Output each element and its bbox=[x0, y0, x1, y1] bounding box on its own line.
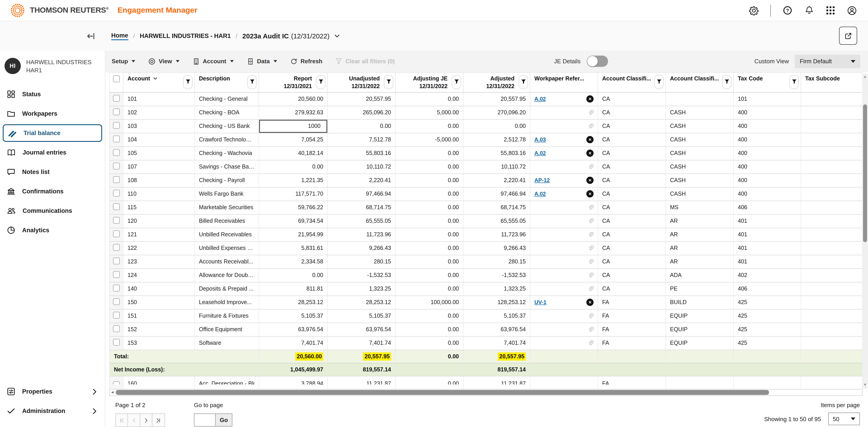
column-header-class2[interactable]: Account Classifi... bbox=[666, 72, 734, 92]
cell-value[interactable]: 10,110.72 bbox=[463, 160, 530, 173]
cell-text[interactable]: CASH bbox=[666, 146, 734, 160]
attachment-paperclip-icon[interactable] bbox=[587, 340, 594, 346]
cell-text[interactable]: AR bbox=[666, 214, 734, 228]
row-checkbox[interactable] bbox=[113, 203, 120, 210]
account-menu-button[interactable]: Account bbox=[192, 58, 234, 65]
select-all-checkbox[interactable] bbox=[113, 75, 120, 82]
cell-text[interactable]: CA bbox=[598, 119, 666, 133]
column-header-description[interactable]: Description bbox=[195, 72, 259, 92]
attachment-paperclip-icon[interactable] bbox=[587, 272, 594, 278]
attachment-paperclip-icon[interactable] bbox=[587, 313, 594, 319]
cell-text[interactable] bbox=[801, 336, 862, 350]
refresh-button[interactable]: Refresh bbox=[290, 58, 322, 65]
cell-text[interactable]: 406 bbox=[734, 282, 801, 296]
cell-text[interactable]: FA bbox=[598, 336, 666, 350]
cell-value[interactable]: 270,096.20 bbox=[463, 106, 530, 119]
cell-value[interactable]: 0.00 bbox=[395, 201, 463, 214]
open-new-window-button[interactable] bbox=[839, 27, 857, 45]
column-header-account[interactable]: Account bbox=[123, 72, 195, 92]
cell-text[interactable]: 160 bbox=[123, 376, 195, 389]
cell-text[interactable]: 105 bbox=[123, 146, 195, 160]
cell-text[interactable]: Unbilled Receivables bbox=[195, 228, 259, 241]
row-checkbox[interactable] bbox=[113, 312, 120, 319]
cell-text[interactable]: 108 bbox=[123, 173, 195, 187]
row-checkbox[interactable] bbox=[113, 95, 120, 102]
cell-value[interactable]: 0.00 bbox=[395, 119, 463, 133]
cell-text[interactable] bbox=[666, 376, 734, 389]
attachment-paperclip-icon[interactable] bbox=[587, 384, 594, 385]
cell-value[interactable]: 280.15 bbox=[463, 255, 530, 268]
cell-value[interactable]: 55,803.16 bbox=[328, 146, 395, 160]
sidebar-item-status[interactable]: Status bbox=[0, 85, 105, 104]
cell-text[interactable]: CA bbox=[598, 187, 666, 201]
cell-value[interactable]: 117,571.70 bbox=[259, 187, 328, 201]
sidebar-item-notes-list[interactable]: Notes list bbox=[0, 162, 105, 182]
cell-text[interactable]: CASH bbox=[666, 173, 734, 187]
cell-text[interactable]: 123 bbox=[123, 255, 195, 268]
column-header-unadjusted[interactable]: Unadjusted12/31/2022 bbox=[328, 72, 395, 92]
cell-text[interactable]: FA bbox=[598, 296, 666, 309]
cell-text[interactable]: Accounts Receivabl... bbox=[195, 255, 259, 268]
breadcrumb-engagement[interactable]: 2023a Audit IC (12/31/2022) bbox=[242, 32, 340, 40]
cell-value[interactable]: 20,560.00 bbox=[259, 92, 328, 106]
row-checkbox[interactable] bbox=[113, 217, 120, 224]
row-checkbox[interactable] bbox=[113, 339, 120, 346]
column-header-class1[interactable]: Account Classifi... bbox=[598, 72, 666, 92]
cell-text[interactable]: Deposits & Prepaid ... bbox=[195, 282, 259, 296]
filter-icon[interactable] bbox=[789, 75, 799, 89]
cell-value[interactable]: 1,323.25 bbox=[328, 282, 395, 296]
filter-icon[interactable] bbox=[384, 75, 393, 89]
cell-text[interactable]: 104 bbox=[123, 133, 195, 146]
row-checkbox[interactable] bbox=[113, 271, 120, 278]
data-menu-button[interactable]: Data bbox=[247, 58, 277, 65]
cell-text[interactable]: 153 bbox=[123, 336, 195, 350]
cell-text[interactable]: 425 bbox=[734, 296, 801, 309]
cell-value[interactable]: 69,734.54 bbox=[259, 214, 328, 228]
row-checkbox[interactable] bbox=[113, 285, 120, 291]
attachment-paperclip-icon[interactable] bbox=[587, 326, 594, 333]
cell-text[interactable]: 400 bbox=[734, 106, 801, 119]
cell-text[interactable] bbox=[801, 296, 862, 309]
sidebar-item-communications[interactable]: Communications bbox=[0, 201, 105, 221]
cell-value[interactable]: 3,788.94 bbox=[259, 376, 328, 389]
cell-value[interactable]: 0.00 bbox=[328, 119, 395, 133]
apps-grid-icon[interactable] bbox=[826, 6, 835, 15]
cell-text[interactable]: AR bbox=[666, 228, 734, 241]
breadcrumb-client[interactable]: HARWELL INDUSTRIES - HAR1 bbox=[140, 33, 231, 39]
cell-text[interactable]: CA bbox=[598, 106, 666, 119]
clear-all-filters-button[interactable]: Clear all filters (0) bbox=[336, 58, 395, 65]
cell-text[interactable]: 425 bbox=[734, 323, 801, 336]
row-checkbox[interactable] bbox=[113, 108, 120, 115]
cell-text[interactable]: CA bbox=[598, 160, 666, 173]
cell-value[interactable]: 7,512.78 bbox=[328, 133, 395, 146]
last-page-button[interactable] bbox=[152, 414, 164, 427]
cell-text[interactable]: 400 bbox=[734, 187, 801, 201]
cell-text[interactable] bbox=[801, 323, 862, 336]
view-menu-button[interactable]: View bbox=[148, 58, 179, 65]
scroll-up-arrow-icon[interactable]: ▲ bbox=[863, 75, 867, 78]
cell-text[interactable]: 110 bbox=[123, 187, 195, 201]
cell-value[interactable]: 5,105.37 bbox=[259, 309, 328, 323]
cell-text[interactable]: Marketable Securities bbox=[195, 201, 259, 214]
cell-text[interactable]: Office Equipment bbox=[195, 323, 259, 336]
cell-value[interactable]: 1,221.35 bbox=[259, 173, 328, 187]
cell-text[interactable] bbox=[801, 106, 862, 119]
attachment-paperclip-icon[interactable] bbox=[587, 204, 594, 210]
cell-value[interactable]: 265,096.20 bbox=[328, 106, 395, 119]
setup-menu-button[interactable]: Setup bbox=[112, 58, 135, 65]
je-details-toggle[interactable] bbox=[587, 56, 608, 67]
cell-value[interactable]: 279,932.63 bbox=[259, 106, 328, 119]
cell-value[interactable]: 11,231.87 bbox=[328, 376, 395, 389]
workpaper-annotation-icon[interactable]: ✕ bbox=[586, 177, 594, 184]
workpaper-annotation-icon[interactable]: ✕ bbox=[586, 95, 594, 103]
cell-text[interactable]: Checking - Wachovia bbox=[195, 146, 259, 160]
cell-text[interactable]: 101 bbox=[123, 92, 195, 106]
cell-text[interactable]: 400 bbox=[734, 119, 801, 133]
help-icon[interactable]: ? bbox=[782, 5, 793, 15]
cell-text[interactable]: FA bbox=[598, 323, 666, 336]
items-per-page-select[interactable]: 50 bbox=[828, 413, 860, 425]
go-button[interactable]: Go bbox=[215, 414, 232, 426]
cell-value[interactable]: 0.00 bbox=[395, 187, 463, 201]
cell-text[interactable]: CA bbox=[598, 173, 666, 187]
cell-value[interactable]: 0.00 bbox=[259, 268, 328, 282]
